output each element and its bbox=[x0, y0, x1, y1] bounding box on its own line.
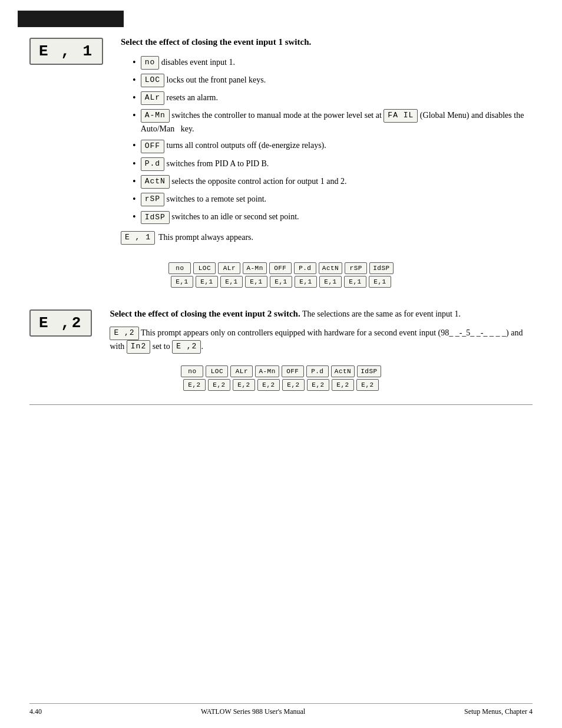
code-fail: FA IL bbox=[384, 109, 418, 123]
sel-loc: LOC bbox=[193, 262, 216, 274]
sel2-no: no bbox=[181, 365, 203, 377]
sel-pid: P.d bbox=[294, 262, 316, 274]
section2-title-block: Select the effect of closing the event i… bbox=[110, 307, 533, 321]
code-rsp: rSP bbox=[141, 193, 164, 206]
sel-amn: A-Mn bbox=[243, 262, 266, 274]
sel-e2-7: E,2 bbox=[332, 379, 354, 391]
sel-e1-9: E,1 bbox=[369, 276, 391, 288]
code-amn: A-Mn bbox=[141, 109, 170, 123]
sel-e2-3: E,2 bbox=[233, 379, 255, 391]
e2-sel-row2: E,2 E,2 E,2 E,2 E,2 E,2 E,2 E,2 bbox=[183, 379, 379, 391]
e1-prompt-line: E , 1 This prompt always appears. bbox=[121, 231, 533, 245]
code-actn: ActN bbox=[141, 175, 170, 189]
sel2-amn: A-Mn bbox=[255, 365, 279, 377]
code-no: no bbox=[141, 56, 160, 70]
sel-e1-5: E,1 bbox=[270, 276, 292, 288]
sel-e2-8: E,2 bbox=[356, 379, 379, 391]
bullet-actn: • ActN selects the opposite control acti… bbox=[133, 175, 533, 189]
sel2-off: OFF bbox=[282, 365, 304, 377]
sel-off: OFF bbox=[269, 262, 292, 274]
e1-display: E , 1 bbox=[29, 38, 103, 65]
e1-sel-row2: E,1 E,1 E,1 E,1 E,1 E,1 E,1 E,1 E,1 bbox=[171, 276, 391, 288]
bullet-off: • OFF turns all control outputs off (de-… bbox=[133, 139, 533, 153]
e1-selection-table: no LOC ALr A-Mn OFF P.d ActN rSP IdSP E,… bbox=[29, 262, 533, 289]
sel-e1-2: E,1 bbox=[196, 276, 218, 288]
e2-selection-table: no LOC ALr A-Mn OFF P.d ActN IdSP E,2 E,… bbox=[29, 365, 533, 393]
sel-e1-4: E,1 bbox=[245, 276, 267, 288]
sel2-loc: LOC bbox=[206, 365, 228, 377]
e1-prompt-code: E , 1 bbox=[121, 231, 155, 245]
sel-e2-1: E,2 bbox=[183, 379, 206, 391]
sel-idsp: IdSP bbox=[369, 262, 393, 274]
bullet-pid: • P.d switches from PID A to PID B. bbox=[133, 157, 533, 171]
bullet-rsp: • rSP switches to a remote set point. bbox=[133, 193, 533, 206]
e2-note: E ,2 This prompt appears only on control… bbox=[110, 327, 533, 354]
section2-title-bold: Select the effect of closing the event i… bbox=[110, 309, 300, 318]
e2-display: E ,2 bbox=[29, 309, 92, 337]
sel2-actn: ActN bbox=[331, 365, 355, 377]
footer-page-number: 4.40 bbox=[29, 707, 42, 716]
code-alr: ALr bbox=[141, 91, 164, 105]
code-loc: LOC bbox=[141, 74, 164, 87]
sel2-alr: ALr bbox=[230, 365, 253, 377]
bullet-loc: • LOC locks out the front panel keys. bbox=[133, 74, 533, 87]
sel-e1-7: E,1 bbox=[319, 276, 342, 288]
section-divider bbox=[29, 404, 533, 405]
sel-e2-4: E,2 bbox=[257, 379, 280, 391]
sel-no: no bbox=[168, 262, 191, 274]
e2-prompt-code: E ,2 bbox=[110, 327, 138, 340]
sel-e1-8: E,1 bbox=[344, 276, 366, 288]
bullet-no: • no disables event input 1. bbox=[133, 56, 533, 70]
section2-title-normal: The selections are the same as for event… bbox=[302, 309, 461, 318]
code-in2: In2 bbox=[127, 340, 150, 354]
e2-sel-row1: no LOC ALr A-Mn OFF P.d ActN IdSP bbox=[181, 365, 381, 377]
section-e1: E , 1 Select the effect of closing the e… bbox=[29, 35, 533, 289]
sel-e1-1: E,1 bbox=[171, 276, 193, 288]
sel-alr: ALr bbox=[218, 262, 240, 274]
sel-e1-3: E,1 bbox=[220, 276, 243, 288]
e1-sel-row1: no LOC ALr A-Mn OFF P.d ActN rSP IdSP bbox=[168, 262, 393, 274]
section1-title: Select the effect of closing the event i… bbox=[121, 35, 533, 49]
code-e2-end: E ,2 bbox=[172, 340, 201, 354]
sel2-idsp: IdSP bbox=[357, 365, 381, 377]
section-e2: E ,2 Select the effect of closing the ev… bbox=[29, 307, 533, 405]
footer-title: WATLOW Series 988 User's Manual bbox=[201, 707, 305, 716]
top-bar bbox=[18, 11, 124, 27]
sel-actn: ActN bbox=[319, 262, 342, 274]
sel2-pid: P.d bbox=[306, 365, 329, 377]
sel-e2-5: E,2 bbox=[282, 379, 305, 391]
code-idsp: IdSP bbox=[141, 211, 170, 225]
code-pid: P.d bbox=[141, 157, 164, 171]
footer: 4.40 WATLOW Series 988 User's Manual Set… bbox=[29, 703, 533, 716]
code-off: OFF bbox=[141, 140, 164, 153]
bullet-alr: • ALr resets an alarm. bbox=[133, 91, 533, 105]
e1-prompt-text: This prompt always appears. bbox=[158, 231, 253, 243]
bullet-idsp: • IdSP switches to an idle or second set… bbox=[133, 210, 533, 224]
sel-e2-2: E,2 bbox=[208, 379, 230, 391]
sel-e2-6: E,2 bbox=[307, 379, 329, 391]
sel-rsp: rSP bbox=[345, 262, 367, 274]
footer-chapter: Setup Menus, Chapter 4 bbox=[464, 707, 533, 716]
sel-e1-6: E,1 bbox=[295, 276, 317, 288]
bullet-list-e1: • no disables event input 1. • LOC locks… bbox=[133, 56, 533, 225]
bullet-amn: • A-Mn switches the controller to manual… bbox=[133, 109, 533, 135]
